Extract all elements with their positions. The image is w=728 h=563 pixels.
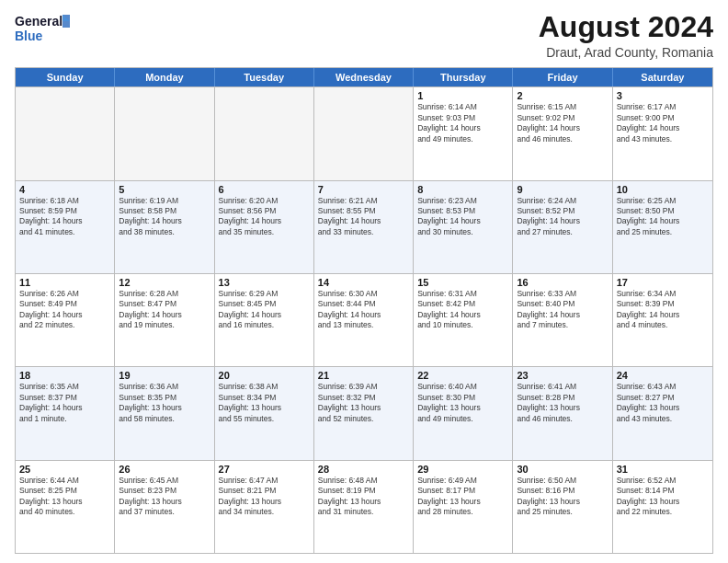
day-info: Sunrise: 6:31 AM Sunset: 8:42 PM Dayligh…	[417, 289, 508, 331]
header: General Blue August 2024 Draut, Arad Cou…	[15, 11, 713, 60]
day-number: 18	[19, 370, 110, 381]
day-cell-22: 22Sunrise: 6:40 AM Sunset: 8:30 PM Dayli…	[414, 367, 513, 459]
day-number: 8	[417, 184, 508, 195]
day-info: Sunrise: 6:30 AM Sunset: 8:44 PM Dayligh…	[318, 289, 409, 331]
sub-title: Draut, Arad County, Romania	[539, 45, 713, 60]
calendar-row-4: 25Sunrise: 6:44 AM Sunset: 8:25 PM Dayli…	[16, 460, 712, 553]
empty-cell	[16, 87, 115, 179]
header-day-saturday: Saturday	[613, 68, 712, 86]
day-cell-4: 4Sunrise: 6:18 AM Sunset: 8:59 PM Daylig…	[16, 181, 115, 273]
day-number: 31	[617, 464, 709, 475]
day-info: Sunrise: 6:50 AM Sunset: 8:16 PM Dayligh…	[517, 476, 608, 518]
day-number: 26	[119, 464, 210, 475]
header-day-sunday: Sunday	[16, 68, 115, 86]
day-cell-10: 10Sunrise: 6:25 AM Sunset: 8:50 PM Dayli…	[613, 181, 712, 273]
day-number: 14	[318, 277, 409, 288]
day-number: 24	[617, 370, 709, 381]
day-info: Sunrise: 6:48 AM Sunset: 8:19 PM Dayligh…	[318, 476, 409, 518]
day-info: Sunrise: 6:35 AM Sunset: 8:37 PM Dayligh…	[19, 382, 110, 424]
logo: General Blue	[15, 11, 70, 46]
day-number: 15	[417, 277, 508, 288]
day-number: 5	[119, 184, 210, 195]
calendar-header: SundayMondayTuesdayWednesdayThursdayFrid…	[16, 68, 712, 86]
day-cell-14: 14Sunrise: 6:30 AM Sunset: 8:44 PM Dayli…	[314, 274, 414, 366]
day-info: Sunrise: 6:36 AM Sunset: 8:35 PM Dayligh…	[119, 382, 210, 424]
svg-text:General: General	[15, 14, 63, 29]
day-number: 12	[119, 277, 210, 288]
day-info: Sunrise: 6:38 AM Sunset: 8:34 PM Dayligh…	[219, 382, 310, 424]
day-number: 25	[19, 464, 110, 475]
svg-text:Blue: Blue	[15, 29, 43, 43]
day-number: 11	[19, 277, 110, 288]
day-info: Sunrise: 6:44 AM Sunset: 8:25 PM Dayligh…	[19, 476, 110, 518]
day-cell-23: 23Sunrise: 6:41 AM Sunset: 8:28 PM Dayli…	[513, 367, 612, 459]
header-day-monday: Monday	[115, 68, 214, 86]
calendar-body: 1Sunrise: 6:14 AM Sunset: 9:03 PM Daylig…	[16, 86, 712, 553]
page: General Blue August 2024 Draut, Arad Cou…	[0, 0, 728, 563]
day-number: 9	[517, 184, 608, 195]
empty-cell	[314, 87, 414, 179]
title-block: August 2024 Draut, Arad County, Romania	[539, 11, 713, 60]
day-number: 7	[318, 184, 409, 195]
day-number: 29	[417, 464, 508, 475]
logo-svg: General Blue	[15, 11, 70, 46]
day-number: 2	[517, 90, 608, 101]
main-title: August 2024	[539, 11, 713, 43]
day-cell-1: 1Sunrise: 6:14 AM Sunset: 9:03 PM Daylig…	[414, 87, 513, 179]
day-info: Sunrise: 6:21 AM Sunset: 8:55 PM Dayligh…	[318, 196, 409, 238]
header-day-wednesday: Wednesday	[314, 68, 414, 86]
calendar-row-3: 18Sunrise: 6:35 AM Sunset: 8:37 PM Dayli…	[16, 366, 712, 459]
day-info: Sunrise: 6:25 AM Sunset: 8:50 PM Dayligh…	[617, 196, 709, 238]
day-info: Sunrise: 6:18 AM Sunset: 8:59 PM Dayligh…	[19, 196, 110, 238]
empty-cell	[115, 87, 214, 179]
day-info: Sunrise: 6:45 AM Sunset: 8:23 PM Dayligh…	[119, 476, 210, 518]
day-info: Sunrise: 6:23 AM Sunset: 8:53 PM Dayligh…	[417, 196, 508, 238]
day-cell-12: 12Sunrise: 6:28 AM Sunset: 8:47 PM Dayli…	[115, 274, 214, 366]
day-info: Sunrise: 6:39 AM Sunset: 8:32 PM Dayligh…	[318, 382, 409, 424]
calendar-row-1: 4Sunrise: 6:18 AM Sunset: 8:59 PM Daylig…	[16, 180, 712, 273]
day-number: 19	[119, 370, 210, 381]
day-cell-19: 19Sunrise: 6:36 AM Sunset: 8:35 PM Dayli…	[115, 367, 214, 459]
calendar-row-0: 1Sunrise: 6:14 AM Sunset: 9:03 PM Daylig…	[16, 86, 712, 179]
day-cell-31: 31Sunrise: 6:52 AM Sunset: 8:14 PM Dayli…	[613, 461, 712, 553]
day-cell-9: 9Sunrise: 6:24 AM Sunset: 8:52 PM Daylig…	[513, 181, 612, 273]
day-info: Sunrise: 6:20 AM Sunset: 8:56 PM Dayligh…	[219, 196, 310, 238]
day-cell-21: 21Sunrise: 6:39 AM Sunset: 8:32 PM Dayli…	[314, 367, 414, 459]
day-cell-30: 30Sunrise: 6:50 AM Sunset: 8:16 PM Dayli…	[513, 461, 612, 553]
day-info: Sunrise: 6:47 AM Sunset: 8:21 PM Dayligh…	[219, 476, 310, 518]
day-cell-13: 13Sunrise: 6:29 AM Sunset: 8:45 PM Dayli…	[215, 274, 314, 366]
day-info: Sunrise: 6:14 AM Sunset: 9:03 PM Dayligh…	[417, 102, 508, 144]
header-day-friday: Friday	[513, 68, 612, 86]
calendar-row-2: 11Sunrise: 6:26 AM Sunset: 8:49 PM Dayli…	[16, 273, 712, 366]
day-number: 13	[219, 277, 310, 288]
day-cell-2: 2Sunrise: 6:15 AM Sunset: 9:02 PM Daylig…	[513, 87, 612, 179]
day-cell-26: 26Sunrise: 6:45 AM Sunset: 8:23 PM Dayli…	[115, 461, 214, 553]
day-info: Sunrise: 6:29 AM Sunset: 8:45 PM Dayligh…	[219, 289, 310, 331]
day-number: 17	[617, 277, 709, 288]
day-number: 6	[219, 184, 310, 195]
day-info: Sunrise: 6:17 AM Sunset: 9:00 PM Dayligh…	[617, 102, 709, 144]
day-cell-11: 11Sunrise: 6:26 AM Sunset: 8:49 PM Dayli…	[16, 274, 115, 366]
day-info: Sunrise: 6:26 AM Sunset: 8:49 PM Dayligh…	[19, 289, 110, 331]
day-number: 4	[19, 184, 110, 195]
day-info: Sunrise: 6:49 AM Sunset: 8:17 PM Dayligh…	[417, 476, 508, 518]
day-cell-27: 27Sunrise: 6:47 AM Sunset: 8:21 PM Dayli…	[215, 461, 314, 553]
day-number: 10	[617, 184, 709, 195]
day-cell-18: 18Sunrise: 6:35 AM Sunset: 8:37 PM Dayli…	[16, 367, 115, 459]
day-info: Sunrise: 6:34 AM Sunset: 8:39 PM Dayligh…	[617, 289, 709, 331]
calendar: SundayMondayTuesdayWednesdayThursdayFrid…	[15, 67, 713, 554]
header-day-thursday: Thursday	[414, 68, 513, 86]
day-cell-3: 3Sunrise: 6:17 AM Sunset: 9:00 PM Daylig…	[613, 87, 712, 179]
day-cell-15: 15Sunrise: 6:31 AM Sunset: 8:42 PM Dayli…	[414, 274, 513, 366]
empty-cell	[215, 87, 314, 179]
day-number: 20	[219, 370, 310, 381]
day-number: 27	[219, 464, 310, 475]
day-cell-16: 16Sunrise: 6:33 AM Sunset: 8:40 PM Dayli…	[513, 274, 612, 366]
day-number: 28	[318, 464, 409, 475]
day-cell-20: 20Sunrise: 6:38 AM Sunset: 8:34 PM Dayli…	[215, 367, 314, 459]
day-info: Sunrise: 6:52 AM Sunset: 8:14 PM Dayligh…	[617, 476, 709, 518]
day-info: Sunrise: 6:43 AM Sunset: 8:27 PM Dayligh…	[617, 382, 709, 424]
day-info: Sunrise: 6:41 AM Sunset: 8:28 PM Dayligh…	[517, 382, 608, 424]
day-number: 3	[617, 90, 709, 101]
day-info: Sunrise: 6:40 AM Sunset: 8:30 PM Dayligh…	[417, 382, 508, 424]
